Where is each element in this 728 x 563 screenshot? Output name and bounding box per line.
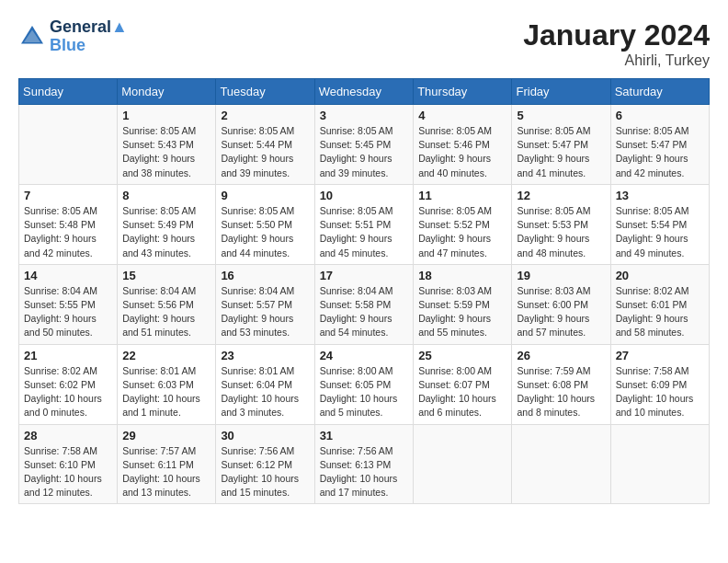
week-row-4: 21Sunrise: 8:02 AM Sunset: 6:02 PM Dayli… [19, 344, 710, 424]
day-number: 4 [418, 109, 506, 122]
weekday-header-friday: Friday [512, 79, 610, 105]
day-number: 2 [221, 109, 309, 122]
calendar-cell: 10Sunrise: 8:05 AM Sunset: 5:51 PM Dayli… [314, 184, 414, 264]
day-info: Sunrise: 7:56 AM Sunset: 6:13 PM Dayligh… [320, 444, 409, 500]
day-info: Sunrise: 8:04 AM Sunset: 5:55 PM Dayligh… [24, 284, 112, 340]
calendar-cell [414, 424, 512, 504]
day-info: Sunrise: 8:04 AM Sunset: 5:58 PM Dayligh… [320, 284, 409, 340]
calendar-cell: 12Sunrise: 8:05 AM Sunset: 5:53 PM Dayli… [512, 184, 610, 264]
day-number: 3 [320, 109, 409, 122]
day-number: 23 [221, 349, 309, 362]
calendar-cell: 20Sunrise: 8:02 AM Sunset: 6:01 PM Dayli… [610, 264, 709, 344]
logo-icon [18, 23, 46, 51]
weekday-header-row: SundayMondayTuesdayWednesdayThursdayFrid… [19, 79, 710, 105]
calendar-cell: 27Sunrise: 7:58 AM Sunset: 6:09 PM Dayli… [610, 344, 709, 424]
calendar-cell: 24Sunrise: 8:00 AM Sunset: 6:05 PM Dayli… [314, 344, 414, 424]
day-number: 10 [320, 189, 409, 202]
day-number: 9 [221, 189, 309, 202]
day-number: 6 [616, 109, 704, 122]
day-info: Sunrise: 8:05 AM Sunset: 5:44 PM Dayligh… [221, 124, 309, 180]
calendar-cell: 7Sunrise: 8:05 AM Sunset: 5:48 PM Daylig… [19, 184, 118, 264]
calendar-cell: 16Sunrise: 8:04 AM Sunset: 5:57 PM Dayli… [216, 264, 314, 344]
day-number: 13 [616, 189, 704, 202]
day-info: Sunrise: 8:03 AM Sunset: 6:00 PM Dayligh… [517, 284, 605, 340]
day-number: 12 [517, 189, 605, 202]
day-number: 22 [122, 349, 210, 362]
day-info: Sunrise: 8:05 AM Sunset: 5:51 PM Dayligh… [320, 204, 409, 260]
calendar-cell: 15Sunrise: 8:04 AM Sunset: 5:56 PM Dayli… [118, 264, 216, 344]
day-number: 25 [418, 349, 506, 362]
day-number: 5 [517, 109, 605, 122]
location-subtitle: Ahirli, Turkey [523, 52, 710, 69]
day-number: 18 [418, 269, 506, 282]
month-title: January 2024 [523, 18, 710, 52]
day-number: 31 [320, 429, 409, 442]
day-number: 24 [320, 349, 409, 362]
day-info: Sunrise: 8:05 AM Sunset: 5:53 PM Dayligh… [517, 204, 605, 260]
day-number: 20 [616, 269, 704, 282]
day-info: Sunrise: 8:01 AM Sunset: 6:03 PM Dayligh… [122, 364, 210, 420]
day-info: Sunrise: 8:05 AM Sunset: 5:49 PM Dayligh… [122, 204, 210, 260]
title-block: January 2024 Ahirli, Turkey [523, 18, 710, 69]
day-info: Sunrise: 8:05 AM Sunset: 5:43 PM Dayligh… [122, 124, 210, 180]
calendar-cell: 4Sunrise: 8:05 AM Sunset: 5:46 PM Daylig… [414, 105, 512, 185]
calendar-cell: 21Sunrise: 8:02 AM Sunset: 6:02 PM Dayli… [19, 344, 118, 424]
calendar-cell: 17Sunrise: 8:04 AM Sunset: 5:58 PM Dayli… [314, 264, 414, 344]
day-info: Sunrise: 8:04 AM Sunset: 5:57 PM Dayligh… [221, 284, 309, 340]
logo: General▲ Blue [18, 18, 128, 55]
calendar-cell: 26Sunrise: 7:59 AM Sunset: 6:08 PM Dayli… [512, 344, 610, 424]
logo-text: General▲ Blue [50, 18, 128, 55]
week-row-3: 14Sunrise: 8:04 AM Sunset: 5:55 PM Dayli… [19, 264, 710, 344]
day-info: Sunrise: 8:02 AM Sunset: 6:01 PM Dayligh… [616, 284, 704, 340]
day-number: 15 [122, 269, 210, 282]
day-info: Sunrise: 8:05 AM Sunset: 5:52 PM Dayligh… [418, 204, 506, 260]
weekday-header-thursday: Thursday [414, 79, 512, 105]
calendar-table: SundayMondayTuesdayWednesdayThursdayFrid… [18, 78, 710, 504]
weekday-header-monday: Monday [118, 79, 216, 105]
calendar-cell: 5Sunrise: 8:05 AM Sunset: 5:47 PM Daylig… [512, 105, 610, 185]
day-info: Sunrise: 8:02 AM Sunset: 6:02 PM Dayligh… [24, 364, 112, 420]
day-info: Sunrise: 8:00 AM Sunset: 6:05 PM Dayligh… [320, 364, 409, 420]
day-number: 1 [122, 109, 210, 122]
calendar-cell: 18Sunrise: 8:03 AM Sunset: 5:59 PM Dayli… [414, 264, 512, 344]
week-row-5: 28Sunrise: 7:58 AM Sunset: 6:10 PM Dayli… [19, 424, 710, 504]
calendar-cell [610, 424, 709, 504]
week-row-1: 1Sunrise: 8:05 AM Sunset: 5:43 PM Daylig… [19, 105, 710, 185]
weekday-header-sunday: Sunday [19, 79, 118, 105]
day-info: Sunrise: 8:00 AM Sunset: 6:07 PM Dayligh… [418, 364, 506, 420]
day-number: 27 [616, 349, 704, 362]
page-header: General▲ Blue January 2024 Ahirli, Turke… [18, 18, 710, 69]
day-info: Sunrise: 8:01 AM Sunset: 6:04 PM Dayligh… [221, 364, 309, 420]
day-info: Sunrise: 8:03 AM Sunset: 5:59 PM Dayligh… [418, 284, 506, 340]
calendar-cell: 14Sunrise: 8:04 AM Sunset: 5:55 PM Dayli… [19, 264, 118, 344]
day-info: Sunrise: 8:05 AM Sunset: 5:48 PM Dayligh… [24, 204, 112, 260]
calendar-cell: 11Sunrise: 8:05 AM Sunset: 5:52 PM Dayli… [414, 184, 512, 264]
day-number: 19 [517, 269, 605, 282]
calendar-cell: 1Sunrise: 8:05 AM Sunset: 5:43 PM Daylig… [118, 105, 216, 185]
calendar-cell: 3Sunrise: 8:05 AM Sunset: 5:45 PM Daylig… [314, 105, 414, 185]
day-number: 11 [418, 189, 506, 202]
calendar-cell: 31Sunrise: 7:56 AM Sunset: 6:13 PM Dayli… [314, 424, 414, 504]
day-info: Sunrise: 7:58 AM Sunset: 6:10 PM Dayligh… [24, 444, 112, 500]
day-info: Sunrise: 8:05 AM Sunset: 5:47 PM Dayligh… [517, 124, 605, 180]
day-info: Sunrise: 8:05 AM Sunset: 5:47 PM Dayligh… [616, 124, 704, 180]
calendar-cell: 29Sunrise: 7:57 AM Sunset: 6:11 PM Dayli… [118, 424, 216, 504]
calendar-cell: 8Sunrise: 8:05 AM Sunset: 5:49 PM Daylig… [118, 184, 216, 264]
weekday-header-saturday: Saturday [610, 79, 709, 105]
day-number: 17 [320, 269, 409, 282]
day-info: Sunrise: 7:56 AM Sunset: 6:12 PM Dayligh… [221, 444, 309, 500]
day-number: 21 [24, 349, 112, 362]
day-info: Sunrise: 8:05 AM Sunset: 5:46 PM Dayligh… [418, 124, 506, 180]
day-info: Sunrise: 8:05 AM Sunset: 5:54 PM Dayligh… [616, 204, 704, 260]
calendar-cell: 28Sunrise: 7:58 AM Sunset: 6:10 PM Dayli… [19, 424, 118, 504]
week-row-2: 7Sunrise: 8:05 AM Sunset: 5:48 PM Daylig… [19, 184, 710, 264]
day-info: Sunrise: 7:57 AM Sunset: 6:11 PM Dayligh… [122, 444, 210, 500]
day-number: 8 [122, 189, 210, 202]
day-info: Sunrise: 7:58 AM Sunset: 6:09 PM Dayligh… [616, 364, 704, 420]
weekday-header-tuesday: Tuesday [216, 79, 314, 105]
day-number: 7 [24, 189, 112, 202]
calendar-cell: 22Sunrise: 8:01 AM Sunset: 6:03 PM Dayli… [118, 344, 216, 424]
calendar-cell: 30Sunrise: 7:56 AM Sunset: 6:12 PM Dayli… [216, 424, 314, 504]
day-number: 16 [221, 269, 309, 282]
day-number: 30 [221, 429, 309, 442]
